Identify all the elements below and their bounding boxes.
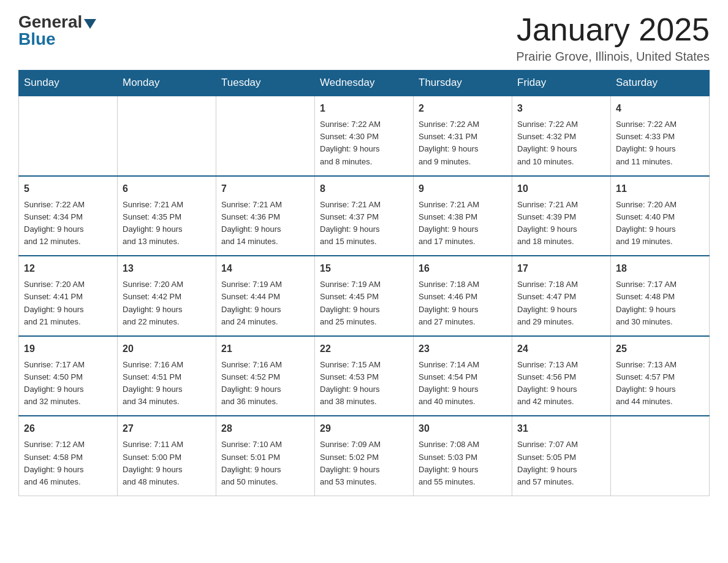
- day-number: 24: [517, 342, 605, 356]
- calendar-cell: 11Sunrise: 7:20 AMSunset: 4:40 PMDayligh…: [611, 176, 710, 256]
- day-info: Sunrise: 7:17 AMSunset: 4:50 PMDaylight:…: [24, 359, 112, 408]
- header-day-wednesday: Wednesday: [315, 71, 414, 96]
- calendar-cell: 18Sunrise: 7:17 AMSunset: 4:48 PMDayligh…: [611, 256, 710, 336]
- day-info: Sunrise: 7:16 AMSunset: 4:52 PMDaylight:…: [221, 359, 309, 408]
- calendar-cell: 30Sunrise: 7:08 AMSunset: 5:03 PMDayligh…: [414, 416, 512, 496]
- day-number: 4: [616, 101, 704, 116]
- calendar-cell: 12Sunrise: 7:20 AMSunset: 4:41 PMDayligh…: [19, 256, 118, 336]
- calendar-cell: 23Sunrise: 7:14 AMSunset: 4:54 PMDayligh…: [414, 336, 512, 416]
- logo-triangle-icon: [84, 19, 96, 29]
- header-day-saturday: Saturday: [611, 71, 710, 96]
- calendar-cell: 24Sunrise: 7:13 AMSunset: 4:56 PMDayligh…: [512, 336, 611, 416]
- day-number: 12: [24, 261, 112, 276]
- day-info: Sunrise: 7:20 AMSunset: 4:40 PMDaylight:…: [616, 199, 704, 248]
- calendar-cell: 28Sunrise: 7:10 AMSunset: 5:01 PMDayligh…: [216, 416, 315, 496]
- day-number: 16: [419, 261, 507, 276]
- calendar-cell: 13Sunrise: 7:20 AMSunset: 4:42 PMDayligh…: [118, 256, 216, 336]
- day-info: Sunrise: 7:22 AMSunset: 4:32 PMDaylight:…: [517, 118, 605, 168]
- page-header: General Blue January 2025 Prairie Grove,…: [18, 12, 710, 64]
- calendar-cell: 31Sunrise: 7:07 AMSunset: 5:05 PMDayligh…: [512, 416, 611, 496]
- calendar-cell: 25Sunrise: 7:13 AMSunset: 4:57 PMDayligh…: [611, 336, 710, 416]
- day-info: Sunrise: 7:13 AMSunset: 4:57 PMDaylight:…: [616, 359, 704, 408]
- day-number: 20: [123, 342, 211, 356]
- day-info: Sunrise: 7:21 AMSunset: 4:35 PMDaylight:…: [123, 199, 211, 248]
- day-info: Sunrise: 7:21 AMSunset: 4:38 PMDaylight:…: [419, 199, 507, 248]
- day-info: Sunrise: 7:22 AMSunset: 4:31 PMDaylight:…: [419, 118, 507, 168]
- day-info: Sunrise: 7:21 AMSunset: 4:39 PMDaylight:…: [517, 199, 605, 248]
- week-row-2: 5Sunrise: 7:22 AMSunset: 4:34 PMDaylight…: [19, 176, 710, 256]
- month-title: January 2025: [516, 12, 710, 47]
- day-info: Sunrise: 7:07 AMSunset: 5:05 PMDaylight:…: [517, 439, 605, 488]
- calendar-cell: [611, 416, 710, 496]
- day-number: 27: [123, 421, 211, 436]
- day-info: Sunrise: 7:13 AMSunset: 4:56 PMDaylight:…: [517, 359, 605, 408]
- calendar-cell: 5Sunrise: 7:22 AMSunset: 4:34 PMDaylight…: [19, 176, 118, 256]
- day-number: 30: [419, 421, 507, 436]
- calendar-cell: 1Sunrise: 7:22 AMSunset: 4:30 PMDaylight…: [315, 96, 414, 176]
- day-number: 1: [320, 101, 408, 116]
- header-day-monday: Monday: [118, 71, 216, 96]
- calendar-cell: [118, 96, 216, 176]
- day-number: 7: [221, 182, 309, 196]
- day-info: Sunrise: 7:10 AMSunset: 5:01 PMDaylight:…: [221, 439, 309, 488]
- calendar-cell: 21Sunrise: 7:16 AMSunset: 4:52 PMDayligh…: [216, 336, 315, 416]
- location-text: Prairie Grove, Illinois, United States: [516, 50, 710, 64]
- day-number: 29: [320, 421, 408, 436]
- logo: General Blue: [18, 12, 96, 49]
- calendar-cell: 10Sunrise: 7:21 AMSunset: 4:39 PMDayligh…: [512, 176, 611, 256]
- calendar-cell: 4Sunrise: 7:22 AMSunset: 4:33 PMDaylight…: [611, 96, 710, 176]
- header-row: SundayMondayTuesdayWednesdayThursdayFrid…: [19, 71, 710, 96]
- logo-blue-text: Blue: [18, 29, 56, 49]
- day-number: 25: [616, 342, 704, 356]
- calendar-cell: 2Sunrise: 7:22 AMSunset: 4:31 PMDaylight…: [414, 96, 512, 176]
- day-number: 6: [123, 182, 211, 196]
- day-info: Sunrise: 7:21 AMSunset: 4:36 PMDaylight:…: [221, 199, 309, 248]
- title-section: January 2025 Prairie Grove, Illinois, Un…: [516, 12, 710, 64]
- calendar-header: SundayMondayTuesdayWednesdayThursdayFrid…: [19, 71, 710, 96]
- day-number: 9: [419, 182, 507, 196]
- calendar-cell: 14Sunrise: 7:19 AMSunset: 4:44 PMDayligh…: [216, 256, 315, 336]
- calendar-body: 1Sunrise: 7:22 AMSunset: 4:30 PMDaylight…: [19, 96, 710, 496]
- calendar-cell: [216, 96, 315, 176]
- calendar-cell: 26Sunrise: 7:12 AMSunset: 4:58 PMDayligh…: [19, 416, 118, 496]
- calendar-table: SundayMondayTuesdayWednesdayThursdayFrid…: [18, 70, 710, 496]
- day-number: 10: [517, 182, 605, 196]
- calendar-cell: 7Sunrise: 7:21 AMSunset: 4:36 PMDaylight…: [216, 176, 315, 256]
- day-info: Sunrise: 7:09 AMSunset: 5:02 PMDaylight:…: [320, 439, 408, 488]
- calendar-cell: 3Sunrise: 7:22 AMSunset: 4:32 PMDaylight…: [512, 96, 611, 176]
- day-number: 19: [24, 342, 112, 356]
- day-info: Sunrise: 7:08 AMSunset: 5:03 PMDaylight:…: [419, 439, 507, 488]
- day-info: Sunrise: 7:14 AMSunset: 4:54 PMDaylight:…: [419, 359, 507, 408]
- day-info: Sunrise: 7:20 AMSunset: 4:42 PMDaylight:…: [123, 278, 211, 328]
- day-number: 5: [24, 182, 112, 196]
- day-info: Sunrise: 7:22 AMSunset: 4:30 PMDaylight:…: [320, 118, 408, 168]
- calendar-cell: 27Sunrise: 7:11 AMSunset: 5:00 PMDayligh…: [118, 416, 216, 496]
- day-info: Sunrise: 7:21 AMSunset: 4:37 PMDaylight:…: [320, 199, 408, 248]
- day-info: Sunrise: 7:15 AMSunset: 4:53 PMDaylight:…: [320, 359, 408, 408]
- day-number: 17: [517, 261, 605, 276]
- day-number: 22: [320, 342, 408, 356]
- calendar-cell: 29Sunrise: 7:09 AMSunset: 5:02 PMDayligh…: [315, 416, 414, 496]
- calendar-cell: 20Sunrise: 7:16 AMSunset: 4:51 PMDayligh…: [118, 336, 216, 416]
- day-info: Sunrise: 7:20 AMSunset: 4:41 PMDaylight:…: [24, 278, 112, 328]
- calendar-cell: 17Sunrise: 7:18 AMSunset: 4:47 PMDayligh…: [512, 256, 611, 336]
- calendar-cell: 16Sunrise: 7:18 AMSunset: 4:46 PMDayligh…: [414, 256, 512, 336]
- week-row-1: 1Sunrise: 7:22 AMSunset: 4:30 PMDaylight…: [19, 96, 710, 176]
- header-day-sunday: Sunday: [19, 71, 118, 96]
- day-number: 18: [616, 261, 704, 276]
- header-day-thursday: Thursday: [414, 71, 512, 96]
- day-number: 15: [320, 261, 408, 276]
- calendar-cell: 6Sunrise: 7:21 AMSunset: 4:35 PMDaylight…: [118, 176, 216, 256]
- day-number: 26: [24, 421, 112, 436]
- day-info: Sunrise: 7:17 AMSunset: 4:48 PMDaylight:…: [616, 278, 704, 328]
- day-info: Sunrise: 7:22 AMSunset: 4:34 PMDaylight:…: [24, 199, 112, 248]
- calendar-cell: 15Sunrise: 7:19 AMSunset: 4:45 PMDayligh…: [315, 256, 414, 336]
- header-day-tuesday: Tuesday: [216, 71, 315, 96]
- week-row-3: 12Sunrise: 7:20 AMSunset: 4:41 PMDayligh…: [19, 256, 710, 336]
- calendar-cell: 22Sunrise: 7:15 AMSunset: 4:53 PMDayligh…: [315, 336, 414, 416]
- day-info: Sunrise: 7:18 AMSunset: 4:47 PMDaylight:…: [517, 278, 605, 328]
- day-info: Sunrise: 7:16 AMSunset: 4:51 PMDaylight:…: [123, 359, 211, 408]
- day-number: 13: [123, 261, 211, 276]
- day-number: 8: [320, 182, 408, 196]
- day-info: Sunrise: 7:12 AMSunset: 4:58 PMDaylight:…: [24, 439, 112, 488]
